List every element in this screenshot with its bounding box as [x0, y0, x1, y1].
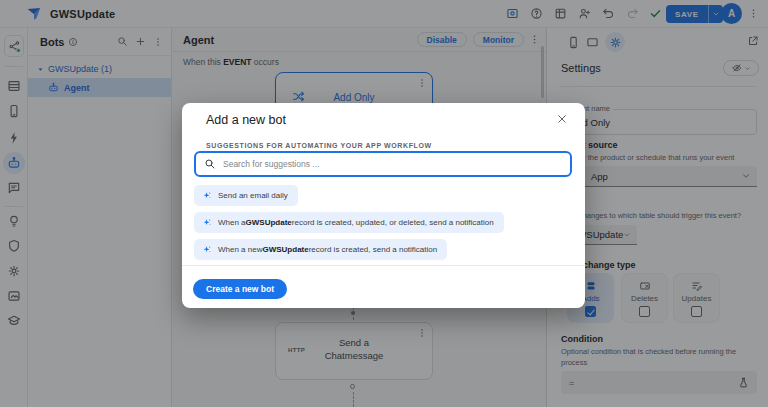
appsheet-editor-screen: GWSUpdate SAVE A — [0, 0, 768, 407]
suggestions-header: SUGGESTIONS FOR AUTOMATING YOUR APP WORK… — [206, 142, 432, 149]
suggestion-chip[interactable]: When a new GWSUpdate record is created, … — [194, 239, 447, 260]
suggestion-chip[interactable]: When a GWSUpdate record is created, upda… — [194, 212, 504, 233]
close-icon[interactable] — [556, 113, 568, 125]
sparkle-icon — [202, 218, 212, 228]
suggestion-search-box — [194, 151, 572, 177]
sparkle-icon — [202, 191, 212, 201]
modal-title: Add a new bot — [206, 113, 286, 127]
add-bot-modal: Add a new bot SUGGESTIONS FOR AUTOMATING… — [182, 103, 585, 308]
create-new-bot-button[interactable]: Create a new bot — [193, 279, 287, 299]
suggestion-search-input[interactable] — [223, 159, 562, 169]
search-icon — [204, 158, 216, 170]
suggestion-chip[interactable]: Send an email daily — [194, 185, 298, 206]
modal-divider — [182, 265, 585, 266]
sparkle-icon — [202, 245, 212, 255]
